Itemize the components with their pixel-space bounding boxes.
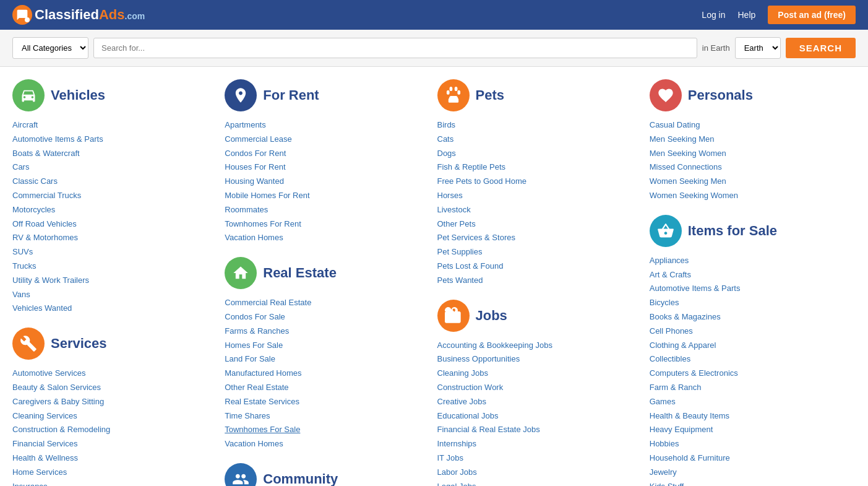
search-button[interactable]: SEARCH (786, 38, 856, 58)
link-women-seeking-women[interactable]: Women Seeking Women (650, 191, 738, 200)
link-labor-jobs[interactable]: Labor Jobs (437, 467, 477, 477)
link-aircraft[interactable]: Aircraft (12, 120, 38, 129)
link-caregivers[interactable]: Caregivers & Baby Sitting (12, 397, 104, 406)
link-condos-rent[interactable]: Condos For Rent (225, 149, 286, 158)
link-insurance[interactable]: Insurance (12, 482, 48, 486)
link-apartments[interactable]: Apartments (225, 120, 265, 129)
link-it-jobs[interactable]: IT Jobs (437, 453, 463, 462)
link-utility-trailers[interactable]: Utility & Work Trailers (12, 276, 89, 285)
link-missed-connections[interactable]: Missed Connections (650, 162, 722, 171)
link-construction[interactable]: Construction & Remodeling (12, 425, 110, 434)
link-roommates[interactable]: Roommates (225, 205, 268, 214)
link-houses-rent[interactable]: Houses For Rent (225, 162, 285, 171)
link-casual-dating[interactable]: Casual Dating (650, 120, 700, 129)
link-manufactured-homes[interactable]: Manufactured Homes (225, 368, 301, 378)
link-women-seeking-men[interactable]: Women Seeking Men (650, 176, 726, 186)
link-cars[interactable]: Cars (12, 162, 29, 171)
help-link[interactable]: Help (738, 10, 756, 20)
link-bicycles[interactable]: Bicycles (650, 298, 679, 307)
link-livestock[interactable]: Livestock (437, 205, 471, 214)
link-auto-items-sale[interactable]: Automotive Items & Parts (650, 284, 741, 293)
link-townhomes-rent[interactable]: Townhomes For Rent (225, 219, 301, 228)
link-men-seeking-men[interactable]: Men Seeking Men (650, 134, 715, 144)
post-ad-button[interactable]: Post an ad (free) (768, 6, 856, 24)
link-auto-parts[interactable]: Automotive Items & Parts (12, 134, 103, 144)
link-vans[interactable]: Vans (12, 290, 30, 299)
link-vehicles-wanted[interactable]: Vehicles Wanted (12, 303, 72, 313)
link-pet-services[interactable]: Pet Services & Stores (437, 233, 515, 242)
link-books[interactable]: Books & Magazines (650, 312, 721, 321)
category-select[interactable]: All Categories (12, 37, 88, 59)
link-vacation-homes-sale[interactable]: Vacation Homes (225, 439, 283, 448)
link-legal-jobs[interactable]: Legal Jobs (437, 482, 476, 486)
link-vacation-homes-rent[interactable]: Vacation Homes (225, 233, 283, 242)
link-trucks[interactable]: Trucks (12, 261, 37, 271)
link-mobile-homes[interactable]: Mobile Homes For Rent (225, 191, 309, 200)
link-men-seeking-women[interactable]: Men Seeking Women (650, 149, 726, 158)
link-home-services[interactable]: Home Services (12, 467, 67, 477)
link-clothing[interactable]: Clothing & Apparel (650, 341, 716, 350)
link-farm-ranch[interactable]: Farm & Ranch (650, 383, 702, 392)
link-household-furniture[interactable]: Household & Furniture (650, 453, 730, 462)
link-financial-services[interactable]: Financial Services (12, 439, 78, 448)
link-housing-wanted[interactable]: Housing Wanted (225, 176, 284, 186)
link-cell-phones[interactable]: Cell Phones (650, 326, 693, 336)
link-homes-sale[interactable]: Homes For Sale (225, 341, 283, 350)
link-other-pets[interactable]: Other Pets (437, 219, 476, 228)
link-land-sale[interactable]: Land For Sale (225, 354, 275, 363)
link-suvs[interactable]: SUVs (12, 247, 33, 256)
link-commercial-re[interactable]: Commercial Real Estate (225, 298, 311, 307)
link-collectibles[interactable]: Collectibles (650, 354, 690, 363)
link-games[interactable]: Games (650, 397, 676, 406)
link-free-pets[interactable]: Free Pets to Good Home (437, 176, 527, 186)
location-select[interactable]: Earth (735, 37, 781, 59)
link-construction-work[interactable]: Construction Work (437, 383, 504, 392)
link-heavy-equipment[interactable]: Heavy Equipment (650, 425, 713, 434)
list-item: Appliances (650, 254, 856, 267)
link-re-services[interactable]: Real Estate Services (225, 397, 299, 406)
link-fish-reptile[interactable]: Fish & Reptile Pets (437, 162, 506, 171)
link-townhomes-sale[interactable]: Townhomes For Sale (225, 425, 300, 434)
link-computers[interactable]: Computers & Electronics (650, 368, 738, 378)
link-farms-ranches[interactable]: Farms & Ranches (225, 326, 289, 336)
search-input[interactable] (93, 38, 697, 58)
link-beauty-salon[interactable]: Beauty & Salon Services (12, 383, 101, 392)
link-kids-stuff[interactable]: Kids Stuff (650, 482, 684, 486)
login-link[interactable]: Log in (702, 10, 725, 20)
link-motorcycles[interactable]: Motorcycles (12, 205, 55, 214)
link-other-re[interactable]: Other Real Estate (225, 383, 288, 392)
link-hobbies[interactable]: Hobbies (650, 439, 679, 448)
link-business-opp[interactable]: Business Opportunities (437, 354, 520, 363)
link-birds[interactable]: Birds (437, 120, 456, 129)
link-boats[interactable]: Boats & Watercraft (12, 149, 80, 158)
link-accounting-jobs[interactable]: Accounting & Bookkeeping Jobs (437, 341, 552, 350)
link-pets-wanted[interactable]: Pets Wanted (437, 276, 483, 285)
link-internships[interactable]: Internships (437, 439, 477, 448)
link-cleaning[interactable]: Cleaning Services (12, 411, 77, 420)
link-pet-supplies[interactable]: Pet Supplies (437, 247, 483, 256)
link-off-road[interactable]: Off Road Vehicles (12, 219, 77, 228)
link-creative-jobs[interactable]: Creative Jobs (437, 397, 486, 406)
link-classic-cars[interactable]: Classic Cars (12, 176, 58, 186)
link-cats[interactable]: Cats (437, 134, 454, 144)
link-condos-sale[interactable]: Condos For Sale (225, 312, 285, 321)
link-art-crafts[interactable]: Art & Crafts (650, 270, 691, 279)
link-financial-re-jobs[interactable]: Financial & Real Estate Jobs (437, 425, 540, 434)
logo[interactable]: ClassifiedAds.com (12, 5, 145, 25)
link-health-beauty[interactable]: Health & Beauty Items (650, 411, 729, 420)
link-cleaning-jobs[interactable]: Cleaning Jobs (437, 368, 488, 378)
link-appliances[interactable]: Appliances (650, 256, 689, 265)
link-educational-jobs[interactable]: Educational Jobs (437, 411, 499, 420)
link-jewelry[interactable]: Jewelry (650, 467, 677, 477)
link-time-shares[interactable]: Time Shares (225, 411, 270, 420)
link-rv[interactable]: RV & Motorhomes (12, 233, 78, 242)
link-dogs[interactable]: Dogs (437, 149, 456, 158)
link-auto-services[interactable]: Automotive Services (12, 368, 86, 378)
list-item: Mobile Homes For Rent (225, 189, 431, 202)
link-commercial-lease[interactable]: Commercial Lease (225, 134, 291, 144)
link-horses[interactable]: Horses (437, 191, 463, 200)
list-item: Fish & Reptile Pets (437, 161, 643, 174)
link-commercial-trucks[interactable]: Commercial Trucks (12, 191, 81, 200)
link-health-wellness[interactable]: Health & Wellness (12, 453, 78, 462)
link-pets-lost[interactable]: Pets Lost & Found (437, 261, 504, 271)
